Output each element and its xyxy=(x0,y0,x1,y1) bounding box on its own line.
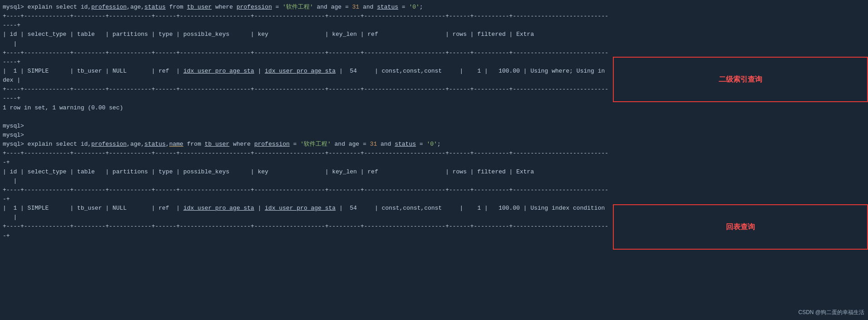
table-header-1b: | xyxy=(3,39,606,49)
prompt-2: mysql> xyxy=(3,131,606,140)
sql-command-1: mysql> explain select id,profession,age,… xyxy=(3,3,606,12)
annotation-1-label: 二级索引查询 xyxy=(719,75,762,84)
annotation-secondary-index: 二级索引查询 xyxy=(613,57,868,102)
table-row-1a: | 1 | SIMPLE | tb_user | NULL | ref | id… xyxy=(3,67,606,76)
table-row-2a: | 1 | SIMPLE | tb_user | NULL | ref | id… xyxy=(3,204,606,213)
table-header-2: | id | select_type | table | partitions … xyxy=(3,167,606,177)
table-bborder-1a: +----+-------------+---------+----------… xyxy=(3,85,606,94)
terminal: mysql> explain select id,profession,age,… xyxy=(0,0,868,320)
table-row-1b: dex | xyxy=(3,76,606,85)
table-hborder-2b: -+ xyxy=(3,195,606,204)
table-bborder-2a: +----+-------------+---------+----------… xyxy=(3,222,606,231)
table-row-2b: | xyxy=(3,213,606,222)
table-border-1b: ----+ xyxy=(3,21,606,30)
table-hborder-1a: +----+-------------+---------+----------… xyxy=(3,49,606,58)
table-hborder-2a: +----+-------------+---------+----------… xyxy=(3,186,606,195)
result-info-1: 1 row in set, 1 warning (0.00 sec) xyxy=(3,103,606,113)
table-border-2b: -+ xyxy=(3,158,606,167)
csdn-watermark: CSDN @狗二蛋的幸福生活 xyxy=(798,309,864,316)
table-border-2a: +----+-------------+---------+----------… xyxy=(3,149,606,158)
table-header-2b: | xyxy=(3,177,606,186)
table-border-1a: +----+-------------+---------+----------… xyxy=(3,12,606,21)
main-layout: mysql> explain select id,profession,age,… xyxy=(0,0,868,320)
annotation-table-lookup: 回表查询 xyxy=(613,204,868,250)
blank-1 xyxy=(3,113,606,122)
sql-command-2: mysql> explain select id,profession,age,… xyxy=(3,140,606,149)
terminal-content: mysql> explain select id,profession,age,… xyxy=(0,2,608,318)
annotation-2-label: 回表查询 xyxy=(726,222,755,232)
table-hborder-1b: ----+ xyxy=(3,58,606,67)
table-bborder-1b: ----+ xyxy=(3,94,606,103)
table-header-1: | id | select_type | table | partitions … xyxy=(3,30,606,39)
table-bborder-2b: -+ xyxy=(3,231,606,241)
prompt-1: mysql> xyxy=(3,122,606,131)
